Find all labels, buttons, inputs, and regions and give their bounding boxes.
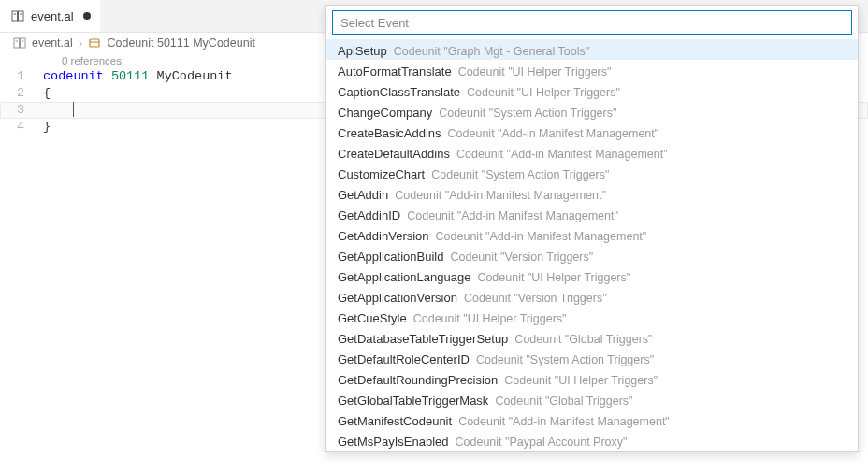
event-picker-item[interactable]: CustomizeChartCodeunit "System Action Tr… <box>326 163 858 183</box>
event-detail: Codeunit "Paypal Account Proxy" <box>456 432 628 451</box>
event-picker-item[interactable]: GetMsPayIsEnabledCodeunit "Paypal Accoun… <box>326 430 858 451</box>
event-detail: Codeunit "System Action Triggers" <box>476 350 654 370</box>
event-name: GetApplicationBuild <box>338 247 443 267</box>
event-detail: Codeunit "System Action Triggers" <box>431 165 609 185</box>
event-detail: Codeunit "Graph Mgt - General Tools" <box>394 41 589 62</box>
event-detail: Codeunit "Global Triggers" <box>514 329 652 350</box>
svg-rect-0 <box>12 11 18 21</box>
unsaved-dot-icon <box>83 12 91 20</box>
al-file-icon <box>11 9 24 22</box>
event-detail: Codeunit "Add-in Manifest Management" <box>458 411 670 432</box>
breadcrumb-symbol[interactable]: Codeunit 50111 MyCodeunit <box>107 36 254 50</box>
event-picker-item[interactable]: ChangeCompanyCodeunit "System Action Tri… <box>326 101 858 122</box>
event-detail: Codeunit "UI Helper Triggers" <box>477 267 630 288</box>
al-file-icon <box>13 36 26 50</box>
line-number: 4 <box>0 119 43 136</box>
event-picker-item[interactable]: GetApplicationLanguageCodeunit "UI Helpe… <box>326 265 858 286</box>
svg-rect-4 <box>14 38 20 48</box>
event-picker-item[interactable]: CreateBasicAddinsCodeunit "Add-in Manife… <box>326 122 858 142</box>
event-name: CustomizeChart <box>338 165 425 185</box>
event-name: GetDefaultRoundingPrecision <box>338 370 498 391</box>
event-picker-input[interactable] <box>332 10 852 35</box>
event-detail: Codeunit "Add-in Manifest Management" <box>395 185 606 206</box>
event-detail: Codeunit "Version Triggers" <box>464 288 607 308</box>
event-picker-item[interactable]: GetDefaultRoleCenterIDCodeunit "System A… <box>326 348 858 368</box>
event-picker-item[interactable]: GetGlobalTableTriggerMaskCodeunit "Globa… <box>326 389 858 409</box>
tab-filename: event.al <box>31 9 74 23</box>
event-name: GetAddin <box>338 185 388 206</box>
event-picker-item[interactable]: GetDefaultRoundingPrecisionCodeunit "UI … <box>326 368 858 389</box>
event-detail: Codeunit "Add-in Manifest Management" <box>436 226 647 247</box>
event-picker-item[interactable]: GetManifestCodeunitCodeunit "Add-in Mani… <box>326 409 858 430</box>
event-picker-item[interactable]: GetApplicationVersionCodeunit "Version T… <box>326 286 858 307</box>
event-picker: ApiSetupCodeunit "Graph Mgt - General To… <box>326 5 859 452</box>
event-detail: Codeunit "UI Helper Triggers" <box>458 62 612 82</box>
event-name: ChangeCompany <box>338 103 432 123</box>
line-number: 3 <box>0 102 43 119</box>
event-name: GetAddinID <box>338 206 400 226</box>
event-name: CreateDefaultAddins <box>338 144 450 165</box>
event-picker-item[interactable]: AutoFormatTranslateCodeunit "UI Helper T… <box>326 60 858 80</box>
svg-rect-5 <box>21 38 26 48</box>
event-picker-item[interactable]: CaptionClassTranslateCodeunit "UI Helper… <box>326 80 858 101</box>
event-name: GetGlobalTableTriggerMask <box>338 391 488 411</box>
breadcrumb-file[interactable]: event.al <box>32 36 73 50</box>
text-cursor <box>73 102 74 117</box>
event-detail: Codeunit "UI Helper Triggers" <box>467 82 620 103</box>
event-name: GetManifestCodeunit <box>338 411 452 432</box>
svg-rect-1 <box>19 11 24 21</box>
line-number: 1 <box>0 68 43 85</box>
event-picker-item[interactable]: CreateDefaultAddinsCodeunit "Add-in Mani… <box>326 142 858 163</box>
event-name: GetDatabaseTableTriggerSetup <box>338 329 508 350</box>
event-picker-list: ApiSetupCodeunit "Graph Mgt - General To… <box>326 39 858 451</box>
editor-tab[interactable]: event.al <box>0 0 100 32</box>
code-content: { <box>43 85 51 102</box>
event-detail: Codeunit "Add-in Manifest Management" <box>448 123 659 144</box>
event-name: AutoFormatTranslate <box>338 62 452 82</box>
event-picker-input-wrap <box>326 6 858 39</box>
event-name: GetMsPayIsEnabled <box>338 432 449 451</box>
event-detail: Codeunit "Add-in Manifest Management" <box>407 206 618 226</box>
event-picker-item[interactable]: GetAddinCodeunit "Add-in Manifest Manage… <box>326 183 858 204</box>
event-name: GetApplicationLanguage <box>338 267 470 288</box>
event-detail: Codeunit "Version Triggers" <box>450 247 593 267</box>
line-number: 2 <box>0 85 43 102</box>
event-detail: Codeunit "System Action Triggers" <box>439 103 616 123</box>
event-name: ApiSetup <box>338 41 387 62</box>
event-picker-item[interactable]: GetDatabaseTableTriggerSetupCodeunit "Gl… <box>326 327 858 348</box>
event-detail: Codeunit "Global Triggers" <box>495 391 632 411</box>
event-picker-item[interactable]: GetCueStyleCodeunit "UI Helper Triggers" <box>326 307 858 327</box>
event-name: GetCueStyle <box>338 308 407 329</box>
code-content: } <box>43 119 51 136</box>
code-content: codeunit 50111 MyCodeunit <box>43 68 233 85</box>
event-detail: Codeunit "Add-in Manifest Management" <box>456 144 668 165</box>
event-picker-item[interactable]: ApiSetupCodeunit "Graph Mgt - General To… <box>326 39 858 60</box>
event-detail: Codeunit "UI Helper Triggers" <box>504 370 658 391</box>
codeunit-icon <box>88 36 101 50</box>
event-name: GetDefaultRoleCenterID <box>338 350 470 370</box>
event-detail: Codeunit "UI Helper Triggers" <box>413 308 567 329</box>
event-picker-item[interactable]: GetApplicationBuildCodeunit "Version Tri… <box>326 245 858 265</box>
event-picker-item[interactable]: GetAddinVersionCodeunit "Add-in Manifest… <box>326 224 858 245</box>
event-name: CreateBasicAddins <box>338 123 441 144</box>
event-picker-item[interactable]: GetAddinIDCodeunit "Add-in Manifest Mana… <box>326 204 858 224</box>
chevron-right-icon: › <box>79 36 83 50</box>
event-name: GetAddinVersion <box>338 226 429 247</box>
svg-rect-8 <box>90 39 99 47</box>
event-name: GetApplicationVersion <box>338 288 457 308</box>
code-content <box>43 102 74 119</box>
event-name: CaptionClassTranslate <box>338 82 460 103</box>
